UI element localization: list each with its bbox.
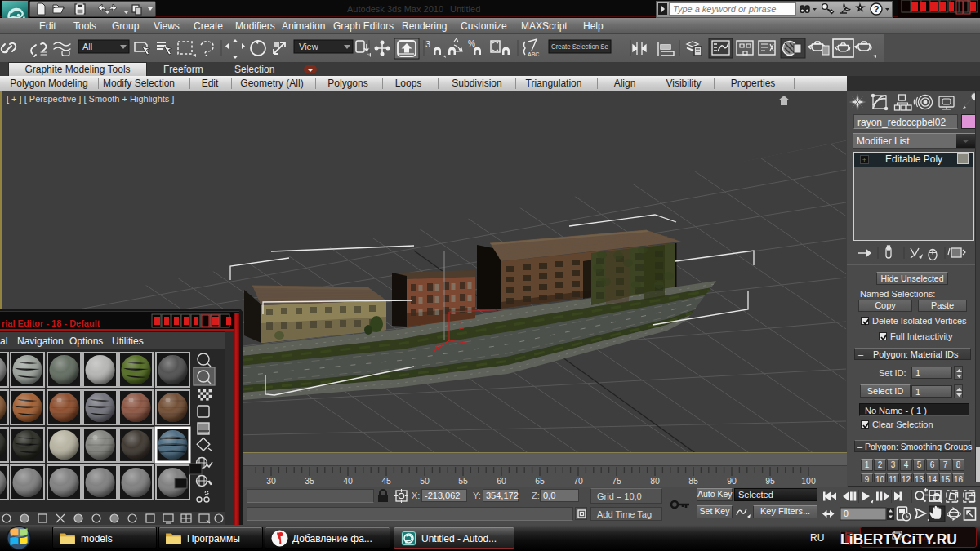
svg-text:90: 90 <box>727 476 737 486</box>
svg-text:40: 40 <box>343 476 353 486</box>
svg-text:75: 75 <box>612 476 621 486</box>
svg-text:85: 85 <box>688 476 698 486</box>
svg-text:95: 95 <box>765 476 775 486</box>
svg-text:Create Selection Se: Create Selection Se <box>551 42 608 51</box>
svg-text:55: 55 <box>458 476 468 486</box>
svg-text:45: 45 <box>381 476 391 486</box>
svg-text:All: All <box>82 42 92 51</box>
svg-text:3: 3 <box>425 39 430 49</box>
svg-text:70: 70 <box>573 476 583 486</box>
svg-text:80: 80 <box>650 476 660 486</box>
svg-text:65: 65 <box>535 476 545 486</box>
svg-text:50: 50 <box>420 476 430 486</box>
svg-text:35: 35 <box>305 476 314 486</box>
svg-text:%: % <box>468 39 475 48</box>
svg-text:30: 30 <box>266 476 276 486</box>
svg-text:100: 100 <box>801 476 816 486</box>
svg-text:60: 60 <box>497 476 506 486</box>
svg-text:0: 0 <box>844 509 849 518</box>
svg-text:View: View <box>299 42 318 51</box>
svg-text:ABC: ABC <box>528 51 539 57</box>
svg-text:?: ? <box>874 4 880 14</box>
